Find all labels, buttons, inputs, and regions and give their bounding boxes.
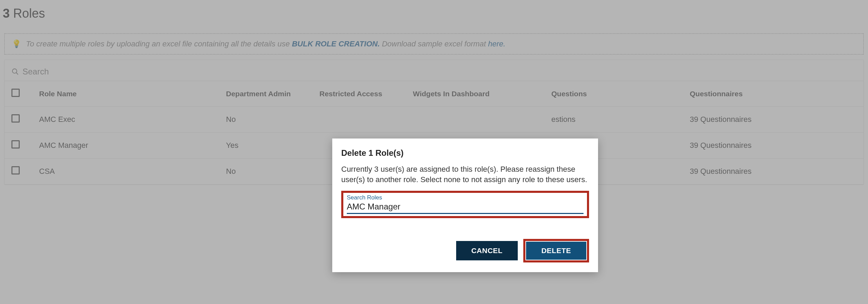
search-roles-label: Search Roles [347, 194, 584, 201]
search-roles-field[interactable]: Search Roles [347, 194, 584, 214]
modal-overlay[interactable]: Delete 1 Role(s) Currently 3 user(s) are… [0, 0, 868, 304]
search-roles-input[interactable] [347, 201, 584, 212]
modal-title: Delete 1 Role(s) [341, 148, 589, 158]
search-roles-field-highlight: Search Roles [341, 191, 589, 218]
delete-button-highlight: DELETE [523, 239, 589, 262]
delete-role-modal: Delete 1 Role(s) Currently 3 user(s) are… [332, 138, 598, 272]
cancel-button[interactable]: CANCEL [456, 241, 518, 260]
modal-actions: CANCEL DELETE [341, 239, 589, 262]
modal-description: Currently 3 user(s) are assigned to this… [341, 164, 589, 185]
delete-button[interactable]: DELETE [526, 242, 586, 260]
